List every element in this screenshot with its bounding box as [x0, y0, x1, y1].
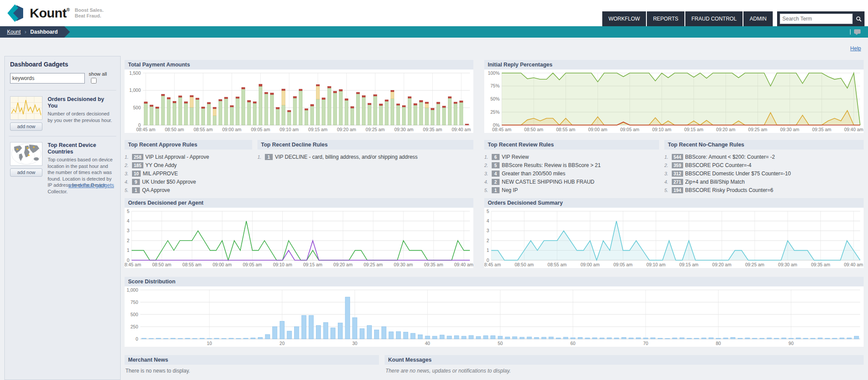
gadget-title: Orders Decisioned by You [48, 96, 114, 109]
svg-text:09:25 am: 09:25 am [745, 262, 764, 267]
registered-mark: ® [66, 7, 69, 12]
rule-label: VIP DECLINE - card, billing address, and… [275, 154, 418, 160]
panel-title: Orders Decisioned Summary [484, 198, 864, 208]
nav-workflow[interactable]: WORKFLOW [602, 11, 646, 26]
panel-title: Merchant News [125, 355, 379, 365]
rule-rank: 2. [484, 163, 492, 168]
rule-count-badge: 5 [492, 162, 500, 168]
svg-text:50%: 50% [490, 96, 500, 101]
review-rules-list: 1.6VIP Review2.5BBScore Results: Review … [484, 150, 659, 194]
svg-text:08:55 am: 08:55 am [556, 127, 576, 132]
svg-text:1: 1 [127, 248, 129, 253]
search-input[interactable] [780, 14, 853, 24]
world-map-thumbnail [10, 142, 42, 166]
gadget-orders-decisioned: add now Orders Decisioned by You Number … [10, 96, 115, 131]
svg-text:1: 1 [486, 248, 489, 253]
rule-count-badge: 359 [672, 162, 683, 168]
rule-item: 5.194BBSCORE Risky Products Counter=6 [664, 186, 864, 194]
svg-text:09:15 am: 09:15 am [679, 262, 698, 267]
rule-count-badge: 185 [132, 162, 143, 168]
rule-rank: 3. [125, 171, 132, 176]
svg-text:90: 90 [788, 341, 794, 346]
rule-rank: 4. [484, 179, 492, 185]
orders-per-agent-chart: 08:45 am08:50 am08:55 am09:00 am09:05 am… [125, 208, 473, 268]
payment-amounts-chart: 08:45 am08:50 am08:55 am09:00 am09:05 am… [125, 70, 473, 133]
rule-label: YY One Addy [146, 162, 177, 168]
svg-text:08:55 am: 08:55 am [194, 127, 213, 132]
rule-count-badge: 1 [265, 154, 273, 160]
svg-text:09:20 am: 09:20 am [333, 262, 353, 267]
rule-label: Greater than 200/500 miles [502, 171, 565, 177]
feedback-bubble-icon[interactable] [854, 29, 861, 34]
nav-fraud-control[interactable]: FRAUD CONTROL [685, 11, 743, 26]
show-all-checkbox[interactable] [91, 78, 97, 84]
svg-text:09:00 am: 09:00 am [212, 262, 232, 267]
svg-text:60: 60 [570, 341, 576, 346]
svg-text:08:50 am: 08:50 am [524, 127, 543, 132]
svg-text:09:30 am: 09:30 am [778, 262, 797, 267]
rule-item: 4.9UK Under $50 Approve [125, 178, 252, 186]
svg-text:70: 70 [643, 341, 648, 346]
svg-text:08:45 am: 08:45 am [492, 127, 511, 132]
rule-rank: 4. [664, 179, 672, 185]
rule-count-badge: 10 [132, 171, 141, 177]
merchant-news-empty-text: There is no news to display. [125, 365, 379, 377]
panel-title: Total Payment Amounts [125, 60, 473, 70]
panel-review-rules: Top Recent Review Rules 1.6VIP Review2.5… [484, 140, 659, 192]
panel-score-distribution: Score Distribution ●●● 10203040506070809… [125, 277, 864, 347]
panel-title: Score Distribution [125, 277, 864, 286]
rule-item: 3.10MIL APPROVE [125, 169, 252, 178]
svg-text:09:05 am: 09:05 am [243, 262, 262, 267]
svg-text:09:40 am: 09:40 am [451, 127, 471, 132]
panel-kount-messages: Kount Messages There are no news, update… [385, 355, 864, 377]
gadget-description: Number of orders decisioned by you over … [48, 111, 114, 123]
svg-text:09:20 am: 09:20 am [337, 127, 356, 132]
panel-orders-per-agent: Orders Decisioned per Agent ●●● 08:45 am… [125, 198, 473, 268]
gadget-keywords-input[interactable] [10, 73, 85, 84]
svg-text:09:40 am: 09:40 am [844, 127, 863, 132]
rule-item: 4.271Zip+4 and Bill/Ship Match [664, 178, 864, 186]
rule-count-badge: 312 [672, 171, 683, 177]
svg-text:09:05 am: 09:05 am [620, 127, 639, 132]
rule-rank: 3. [664, 171, 672, 176]
svg-text:40: 40 [425, 341, 430, 346]
breadcrumb: Kount › Dashboard [0, 26, 70, 38]
svg-text:08:50 am: 08:50 am [152, 262, 171, 267]
svg-text:2: 2 [127, 238, 129, 243]
rule-label: VIP Review [502, 154, 529, 160]
svg-text:4: 4 [127, 218, 129, 223]
use-default-gadgets-link[interactable]: use default gadgets [68, 182, 114, 188]
nav-reports[interactable]: REPORTS [647, 11, 684, 26]
rule-count-badge: 194 [672, 187, 683, 193]
rule-item: 5.1QA Approve [125, 186, 252, 194]
rule-label: BBSCORE PGC Counter=-4 [685, 162, 752, 168]
rule-item: 1.258VIP List Approval - Approve [125, 153, 252, 161]
svg-text:0: 0 [127, 258, 129, 263]
rule-rank: 1. [257, 154, 265, 160]
rule-item: 2.359BBSCORE PGC Counter=-4 [664, 161, 864, 169]
svg-text:09:35 am: 09:35 am [812, 127, 831, 132]
breadcrumb-kount-link[interactable]: Kount [7, 29, 21, 35]
rule-label: NEW CASTLE SHIPPING HUB FRAUD [502, 179, 594, 185]
logo-wordmark: Kount® [30, 6, 69, 21]
nav-admin[interactable]: ADMIN [743, 11, 773, 26]
help-link[interactable]: Help [850, 45, 861, 52]
panel-title: Initial Reply Percentages [484, 60, 864, 70]
svg-text:1,500: 1,500 [129, 70, 141, 76]
panel-title: Top Recent Decline Rules [257, 140, 473, 150]
add-now-button[interactable]: add now [10, 168, 42, 177]
rule-item: 2.185YY One Addy [125, 161, 252, 169]
svg-text:09:15 am: 09:15 am [308, 127, 327, 132]
svg-text:09:15 am: 09:15 am [303, 262, 323, 267]
svg-text:3: 3 [486, 228, 489, 233]
rule-label: BBSCORE Risky Products Counter=6 [685, 187, 774, 193]
svg-text:09:35 am: 09:35 am [811, 262, 830, 267]
rule-item: 2.5BBScore Results: Review is BBScore > … [484, 161, 659, 169]
add-now-button[interactable]: add now [10, 122, 42, 131]
svg-text:09:30 am: 09:30 am [394, 262, 413, 267]
panel-decline-rules: Top Recent Decline Rules 1.1VIP DECLINE … [257, 140, 473, 192]
search-icon[interactable] [856, 15, 862, 23]
search-box [777, 11, 865, 26]
rule-count-badge: 4 [492, 171, 500, 177]
svg-text:08:45 am: 08:45 am [125, 262, 141, 267]
